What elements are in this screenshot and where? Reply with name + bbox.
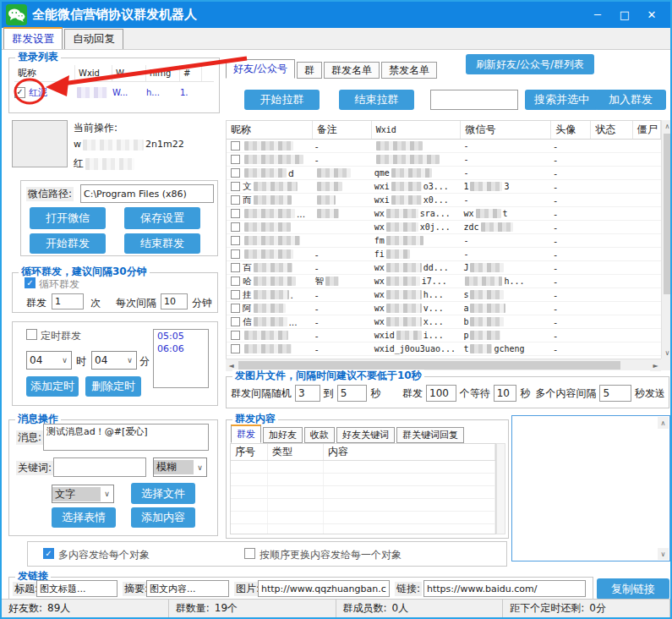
row-checkbox[interactable]	[231, 344, 240, 353]
copy-link-button[interactable]: 复制链接	[597, 578, 669, 600]
select-emoji-button[interactable]: 选择表情	[52, 507, 116, 528]
row-checkbox[interactable]	[231, 141, 240, 151]
wait-input[interactable]: 10	[494, 385, 517, 402]
close-button[interactable]: ✕	[638, 4, 665, 26]
row-checkbox[interactable]	[231, 182, 240, 191]
main-tab[interactable]: 自动回复	[64, 29, 123, 49]
friends-tab[interactable]: 好友/公众号	[226, 59, 295, 79]
row-checkbox[interactable]	[231, 168, 240, 178]
link-url-input[interactable]: https://www.baidu.com/	[423, 580, 586, 597]
row-checkbox[interactable]	[231, 277, 240, 286]
wechat-path-input[interactable]: C:\Program Files (x86)	[80, 184, 214, 203]
message-textarea[interactable]: 测试消息ad！@#[爱心]	[43, 424, 209, 451]
link-summary-input[interactable]: 图文内容...	[146, 580, 229, 597]
friend-row[interactable]: ---	[227, 153, 661, 167]
save-settings-button[interactable]: 保存设置	[124, 207, 200, 229]
interval-from-input[interactable]: 3	[295, 385, 320, 402]
multi-interval-input[interactable]: 5	[599, 385, 631, 402]
content-tab[interactable]: 好友关键词	[336, 427, 395, 443]
scroll-down-icon[interactable]: ∨	[662, 347, 672, 359]
scrollbar-thumb[interactable]	[664, 134, 671, 294]
content-type-select[interactable]: 文字 ∨	[52, 485, 114, 503]
keyword-input[interactable]	[53, 457, 146, 477]
login-table-row[interactable]: ✓ 红泥 W... h... 1.	[14, 82, 214, 102]
scroll-up-icon[interactable]: ∧	[658, 417, 669, 429]
row-checkbox[interactable]	[231, 155, 240, 164]
friend-row[interactable]: 而wxix0...--	[227, 194, 661, 207]
friend-row[interactable]: ---	[227, 140, 661, 153]
friend-row[interactable]: -fi--	[227, 248, 661, 261]
refresh-lists-button[interactable]: 刷新好友/公众号/群列表	[466, 54, 594, 74]
friend-row[interactable]: fm--	[227, 234, 661, 248]
friends-tab[interactable]: 群发名单	[324, 62, 380, 79]
row-checkbox[interactable]	[231, 236, 240, 245]
start-pull-group-button[interactable]: 开始拉群	[244, 90, 320, 110]
row-checkbox[interactable]	[231, 209, 240, 218]
interval-to-input[interactable]: 5	[337, 385, 368, 402]
start-send-button[interactable]: 开始群发	[30, 233, 106, 254]
add-content-button[interactable]: 添加内容	[131, 507, 195, 528]
friends-tab[interactable]: 禁发名单	[381, 62, 437, 79]
content-tab[interactable]: 加好友	[263, 427, 303, 443]
maximize-button[interactable]: □	[611, 4, 638, 26]
link-image-input[interactable]: http://www.qqzhuangban.c	[258, 580, 390, 597]
timer-send-checkbox[interactable]	[26, 329, 37, 340]
add-to-send-button[interactable]: 加入群发	[595, 90, 666, 110]
scrollbar-thumb[interactable]	[238, 361, 620, 370]
content-tab[interactable]: 群发	[231, 425, 261, 443]
hour-select[interactable]: 04 ∨	[26, 351, 72, 370]
main-tab[interactable]: 群发设置	[3, 27, 63, 49]
friend-row[interactable]: -wxidi...p-	[227, 329, 661, 342]
delete-timer-button[interactable]: 删除定时	[85, 376, 141, 397]
friend-row[interactable]: 信...-wxx...b-	[227, 315, 661, 329]
friend-row[interactable]: 阿-wxv...a-	[227, 302, 661, 315]
friend-row[interactable]: 挂.-wxh...s-	[227, 288, 661, 302]
content-scrollbar[interactable]	[496, 443, 505, 534]
content-tab[interactable]: 收款	[304, 427, 335, 443]
match-mode-select[interactable]: 模糊 ∨	[153, 457, 207, 477]
multi-content-checkbox[interactable]: ✓	[43, 548, 54, 559]
add-timer-button[interactable]: 添加定时	[26, 376, 79, 397]
row-checkbox[interactable]	[231, 263, 240, 272]
loop-send-checkbox[interactable]: ✓	[25, 277, 36, 288]
friend-row[interactable]: wxx0j...zdc-	[227, 221, 661, 234]
sequential-checkbox[interactable]	[244, 548, 255, 559]
row-checkbox[interactable]	[231, 249, 240, 259]
friend-row[interactable]: ...wxsra...wxt-	[227, 207, 661, 221]
row-checkbox[interactable]	[231, 317, 240, 326]
row-checkbox[interactable]	[231, 222, 240, 232]
friend-row[interactable]: -wxid_j0ou3uao...tgcheng-	[227, 342, 661, 356]
search-select-button[interactable]: 搜索并选中	[525, 90, 598, 110]
row-checkbox[interactable]	[231, 290, 240, 299]
end-pull-group-button[interactable]: 结束拉群	[339, 90, 414, 110]
row-checkbox[interactable]	[231, 331, 240, 340]
row-checkbox[interactable]	[231, 304, 240, 313]
login-row-checkbox[interactable]: ✓	[14, 87, 25, 98]
batch-input[interactable]: 100	[426, 385, 456, 402]
minimize-button[interactable]: ─	[584, 4, 611, 26]
timer-item[interactable]: 05:05	[154, 330, 208, 342]
scroll-right-icon[interactable]: ►	[650, 359, 661, 371]
interval-input[interactable]: 10	[161, 293, 188, 310]
timer-item[interactable]: 06:06	[154, 342, 208, 355]
content-tab[interactable]: 群关键词回复	[396, 427, 464, 443]
friend-row[interactable]: 百-wxdd...J-	[227, 261, 661, 275]
select-file-button[interactable]: 选择文件	[131, 483, 195, 504]
search-input[interactable]	[430, 90, 518, 110]
vertical-scrollbar[interactable]: ∧ ∨	[661, 120, 672, 359]
friends-tab[interactable]: 群	[297, 62, 322, 79]
row-checkbox[interactable]	[231, 195, 240, 205]
link-title-input[interactable]: 图文标题...	[36, 580, 117, 597]
scroll-up-icon[interactable]: ∧	[662, 120, 672, 132]
friend-row[interactable]: 哈智wxi7...h...-	[227, 275, 661, 288]
friend-row[interactable]: dqme--	[227, 167, 661, 180]
scroll-down-icon[interactable]: ∨	[658, 548, 669, 560]
timer-list[interactable]: 05:0506:06	[153, 329, 209, 388]
stop-send-button[interactable]: 结束群发	[124, 233, 200, 254]
log-output-box[interactable]: ∧ ∨	[511, 415, 670, 561]
minute-select[interactable]: 04 ∨	[91, 351, 137, 370]
open-wechat-button[interactable]: 打开微信	[30, 207, 106, 229]
friend-row[interactable]: 文wxio3...13-	[227, 180, 661, 194]
horizontal-scrollbar[interactable]: ◄ ►	[226, 359, 661, 370]
send-times-input[interactable]: 1	[52, 293, 84, 310]
